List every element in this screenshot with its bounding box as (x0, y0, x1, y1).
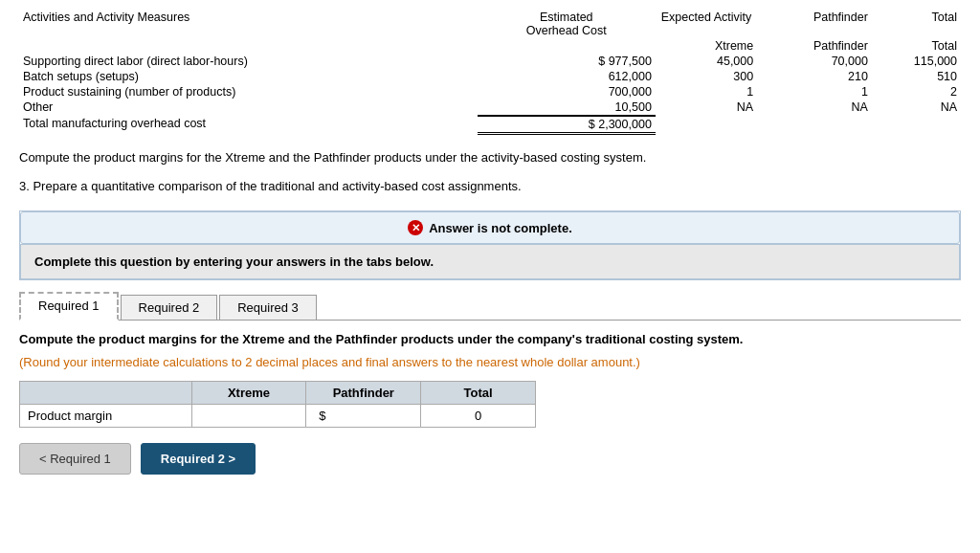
compute-text: Compute the product margins for the Xtre… (19, 148, 961, 167)
tabs-container: Required 1 Required 2 Required 3 (19, 292, 961, 321)
next-button[interactable]: Required 2 > (141, 443, 256, 475)
complete-box-text: Complete this question by entering your … (34, 254, 434, 269)
tabs-row: Required 1 Required 2 Required 3 (19, 292, 961, 320)
expected-header: Expected Activity (656, 10, 757, 38)
product-margin-label: Product margin (20, 405, 192, 428)
table-row: Product sustaining (number of products) … (19, 84, 961, 100)
tab-required-1[interactable]: Required 1 (19, 292, 119, 321)
margin-table-header: Xtreme Pathfinder Total (20, 382, 536, 405)
xtreme-subheader: Xtreme (656, 38, 757, 54)
pathfinder-value: $ (306, 405, 421, 428)
tab-required-2[interactable]: Required 2 (121, 295, 218, 320)
margin-table: Xtreme Pathfinder Total Product margin $… (19, 381, 536, 428)
col-header-total: Total (421, 382, 536, 405)
req1-instruction-sub: (Round your intermediate calculations to… (19, 353, 961, 372)
table-row: Other 10,500 NA NA NA (19, 100, 961, 116)
activities-header: Activities and Activity Measures (19, 10, 478, 38)
tab-required-3[interactable]: Required 3 (219, 295, 317, 320)
error-icon: ✕ (408, 220, 423, 235)
nav-buttons: < Required 1 Required 2 > (19, 443, 961, 475)
prepare-text: 3. Prepare a quantitative comparison of … (19, 177, 961, 196)
overhead-table: Activities and Activity Measures Estimat… (19, 10, 961, 135)
answer-banner-text: Answer is not complete. (429, 221, 572, 235)
required1-content: Compute the product margins for the Xtre… (19, 321, 961, 475)
pathfinder-input[interactable] (329, 409, 408, 423)
xtreme-value[interactable] (191, 405, 306, 428)
pathfinder-header: Pathfinder (757, 10, 872, 38)
col-header-blank (20, 382, 192, 405)
complete-box: Complete this question by entering your … (20, 244, 960, 279)
prev-button[interactable]: < Required 1 (19, 443, 131, 475)
xtreme-input[interactable] (200, 409, 299, 423)
total-subheader: Total (872, 38, 961, 54)
answer-group-box: ✕ Answer is not complete. Complete this … (19, 210, 961, 280)
total-value: 0 (421, 405, 536, 428)
col-header-xtreme: Xtreme (191, 382, 306, 405)
overhead-section: Activities and Activity Measures Estimat… (19, 10, 961, 135)
product-margin-row: Product margin $ 0 (20, 405, 536, 428)
answer-banner: ✕ Answer is not complete. (20, 211, 960, 244)
total-header: Total (872, 10, 961, 38)
pathfinder-subheader: Pathfinder (757, 38, 872, 54)
req1-instruction-main: Compute the product margins for the Xtre… (19, 330, 961, 349)
table-row: Supporting direct labor (direct labor-ho… (19, 54, 961, 69)
estimated-header: EstimatedOverhead Cost (478, 10, 656, 38)
table-row: Batch setups (setups) 612,000 300 210 51… (19, 69, 961, 84)
col-header-pathfinder: Pathfinder (306, 382, 421, 405)
total-row: Total manufacturing overhead cost $ 2,30… (19, 116, 961, 134)
